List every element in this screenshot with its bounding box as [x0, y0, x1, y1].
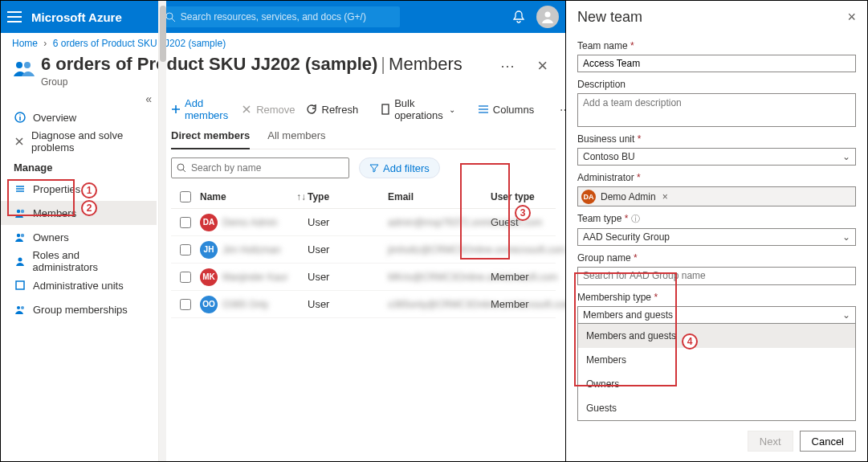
svg-point-2: [16, 62, 22, 68]
breadcrumb-home[interactable]: Home: [12, 38, 38, 49]
azure-topbar: Microsoft Azure: [1, 1, 565, 33]
breadcrumb-current[interactable]: 6 orders of Product SKU JJ202 (sample): [53, 38, 226, 49]
svg-rect-10: [16, 281, 24, 289]
col-type[interactable]: Type: [308, 191, 388, 202]
sidebar-item-roles[interactable]: Roles and administrators: [1, 249, 157, 273]
business-unit-select[interactable]: Contoso BU ⌄: [577, 148, 856, 166]
membership-option[interactable]: Guests: [578, 396, 855, 420]
member-type: User: [308, 271, 388, 283]
tab-all-members[interactable]: All members: [267, 129, 325, 149]
team-type-select[interactable]: AAD Security Group ⌄: [577, 228, 856, 246]
next-button[interactable]: Next: [748, 431, 793, 452]
membership-type-value: Members and guests: [583, 309, 673, 321]
select-all-checkbox[interactable]: [180, 191, 191, 202]
team-type-value: AAD Security Group: [583, 231, 670, 243]
svg-point-1: [545, 12, 551, 18]
member-avatar: MK: [200, 268, 218, 286]
label-business-unit: Business unit *: [577, 133, 856, 145]
table-row[interactable]: OOO365 OnlyUsero365only@CRMC3Online.onmi…: [171, 291, 556, 318]
refresh-button[interactable]: Refresh: [307, 104, 359, 116]
col-name[interactable]: Name: [200, 191, 296, 202]
filter-icon: [369, 164, 379, 172]
global-search[interactable]: [159, 6, 400, 27]
row-checkbox[interactable]: [180, 244, 191, 256]
membership-option[interactable]: Members: [578, 348, 855, 372]
sidebar-item-adminunits[interactable]: Administrative units: [1, 273, 157, 297]
more-actions-icon[interactable]: ⋯: [494, 54, 521, 78]
member-email: admin@msp76372.onmicrosoft.com: [388, 217, 491, 228]
membership-option[interactable]: Owners: [578, 372, 855, 396]
table-row[interactable]: MKManjinder KaurUserMKris@CRMC3Online.on…: [171, 264, 556, 291]
sidebar-header-manage: Manage: [1, 153, 157, 177]
svg-point-11: [17, 306, 20, 309]
close-icon[interactable]: ×: [847, 9, 856, 26]
plus-icon: [171, 104, 181, 115]
row-checkbox[interactable]: [180, 272, 191, 283]
info-icon: [14, 111, 26, 124]
chevron-right-icon: ›: [43, 38, 47, 49]
remove-admin-icon[interactable]: ×: [662, 191, 668, 202]
group-name-input[interactable]: [577, 267, 856, 284]
new-team-panel: New team × Team name * Description Busin…: [565, 0, 868, 462]
table-header: Name ↑↓ Type Email User type: [171, 185, 556, 209]
sidebar-item-label: Administrative units: [33, 280, 124, 292]
add-members-button[interactable]: Add members: [171, 97, 230, 121]
close-icon[interactable]: ×: [531, 54, 554, 78]
table-row[interactable]: JHJim HoltzmanUserjimholtz@CRMC3Online.o…: [171, 236, 556, 264]
properties-icon: [14, 182, 26, 195]
command-bar: Add members Remove Refresh Bulk operatio…: [171, 94, 565, 126]
col-email[interactable]: Email: [388, 191, 491, 202]
remove-label: Remove: [256, 104, 295, 116]
member-name: Demo Admin: [222, 217, 278, 228]
sidebar-item-owners[interactable]: Owners: [1, 225, 157, 249]
sidebar-item-diagnose[interactable]: Diagnose and solve problems: [1, 129, 157, 153]
row-checkbox[interactable]: [180, 217, 191, 228]
sidebar-item-groupmemberships[interactable]: Group memberships: [1, 297, 157, 321]
admin-avatar: DA: [581, 190, 596, 204]
sidebar-item-properties[interactable]: Properties: [1, 177, 157, 201]
table-row[interactable]: DADemo AdminUseradmin@msp76372.onmicroso…: [171, 209, 556, 236]
member-tabs: Direct members All members: [171, 126, 556, 149]
membership-type-select[interactable]: Members and guests ⌄: [577, 306, 856, 324]
owners-icon: [14, 231, 26, 243]
sidebar-item-overview[interactable]: Overview: [1, 105, 157, 129]
notifications-icon[interactable]: [512, 10, 525, 24]
hamburger-icon[interactable]: [7, 11, 22, 22]
columns-button[interactable]: Columns: [478, 104, 534, 116]
team-name-input[interactable]: [577, 55, 856, 72]
sidebar-item-label: Diagnose and solve problems: [31, 129, 144, 153]
tab-direct-members[interactable]: Direct members: [171, 129, 250, 149]
members-icon: [14, 206, 26, 219]
member-name: Jim Holtzman: [222, 244, 281, 256]
blade-header: 6 orders of Product SKU JJ202 (sample)|M…: [1, 51, 565, 89]
description-input[interactable]: [577, 93, 856, 127]
add-filters-button[interactable]: Add filters: [359, 157, 440, 178]
sidebar-item-members[interactable]: Members: [1, 201, 157, 225]
account-avatar[interactable]: [536, 6, 559, 28]
label-group-name: Group name *: [577, 252, 856, 264]
membership-option[interactable]: Members and guests: [578, 324, 855, 348]
member-name: O365 Only: [222, 299, 268, 310]
svg-point-12: [21, 306, 24, 309]
administrator-chip[interactable]: DA Demo Admin ×: [577, 186, 856, 206]
global-search-input[interactable]: [181, 11, 393, 22]
more-commands-icon[interactable]: ⋯: [556, 104, 565, 116]
sort-icon[interactable]: ↑↓: [296, 191, 308, 202]
remove-icon: [241, 104, 252, 115]
search-members[interactable]: [171, 157, 349, 178]
svg-point-3: [24, 62, 31, 68]
cancel-button[interactable]: Cancel: [800, 431, 856, 452]
row-checkbox[interactable]: [180, 299, 191, 310]
info-icon[interactable]: ⓘ: [631, 214, 640, 223]
svg-point-6: [21, 210, 24, 213]
bulk-operations-button[interactable]: Bulk operations ⌄: [381, 97, 455, 121]
member-type: User: [308, 243, 388, 256]
col-usertype[interactable]: User type: [491, 191, 542, 202]
bulk-label: Bulk operations: [394, 97, 445, 121]
collapse-sidebar-icon[interactable]: «: [1, 89, 157, 105]
search-members-input[interactable]: [191, 162, 344, 174]
remove-button[interactable]: Remove: [241, 104, 295, 116]
label-team-name: Team name *: [577, 40, 856, 51]
sidebar-item-label: Members: [33, 207, 76, 219]
svg-point-0: [166, 13, 173, 19]
